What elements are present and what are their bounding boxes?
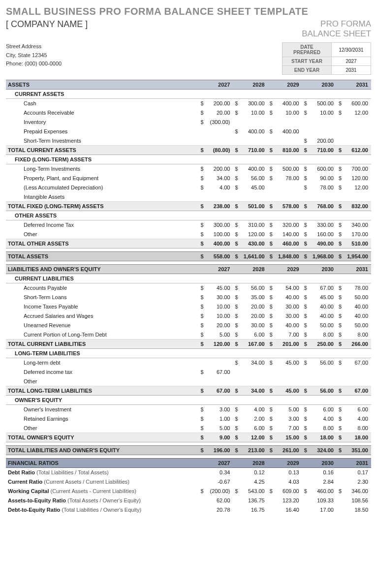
amount: 35.00: [240, 293, 268, 302]
currency-symbol: $: [337, 446, 344, 455]
amount: 67.00: [344, 358, 371, 368]
amount: 7.00: [275, 424, 302, 433]
row-label: Owner's Investment: [6, 405, 198, 414]
owners-equity-header: OWNER'S EQUITY: [6, 396, 371, 405]
currency-symbol: [198, 192, 205, 202]
currency-symbol: $: [198, 293, 205, 302]
row-ltd: Long-term debt$34.00$45.00$56.00$67.00: [6, 358, 371, 368]
amount: 10.00: [240, 108, 268, 118]
currency-symbol: $: [268, 446, 275, 455]
amount: 400.00: [240, 127, 268, 136]
amount: (200.00): [206, 487, 233, 496]
amount: 45.00: [275, 386, 302, 396]
currency-symbol: $: [233, 164, 240, 174]
amount: 30.00: [240, 321, 268, 330]
amount: 50.00: [309, 321, 337, 330]
amount: [275, 368, 302, 377]
row-label: TOTAL CURRENT LIABILITIES: [6, 340, 198, 349]
amount: 40.00: [275, 293, 302, 302]
row-label: Income Taxes Payable: [6, 302, 198, 311]
row-dit: Deferred Income Tax$300.00$310.00$320.00…: [6, 220, 371, 230]
amount: 700.00: [344, 164, 371, 174]
currency-symbol: $: [302, 146, 309, 155]
end-year-value: 2031: [332, 66, 371, 75]
currency-symbol: [302, 368, 309, 377]
ratio-cur: Current Ratio (Current Assets / Current …: [6, 477, 371, 487]
amount: 351.00: [344, 446, 371, 455]
amount: 501.00: [240, 202, 268, 211]
row-asw: Accrued Salaries and Wages$10.00$20.00$3…: [6, 311, 371, 321]
amount: 2.84: [309, 477, 337, 487]
amount: 170.00: [344, 230, 371, 239]
currency-symbol: $: [302, 414, 309, 424]
currency-symbol: $: [337, 239, 344, 248]
currency-symbol: $: [302, 174, 309, 183]
currency-symbol: [198, 377, 205, 386]
currency-symbol: $: [268, 358, 275, 368]
row-itp: Income Taxes Payable$10.00$20.00$30.00$4…: [6, 302, 371, 311]
currency-symbol: [337, 468, 344, 477]
row-ur: Unearned Revenue$20.00$30.00$40.00$50.00…: [6, 321, 371, 330]
amount: 34.00: [240, 358, 268, 368]
amount: 500.00: [309, 99, 337, 108]
amount: 201.00: [275, 340, 302, 349]
currency-symbol: $: [337, 487, 344, 496]
row-label: Accounts Payable: [6, 283, 198, 293]
currency-symbol: $: [233, 330, 240, 340]
amount: 16.75: [240, 505, 268, 515]
currency-symbol: $: [233, 174, 240, 183]
currency-symbol: $: [268, 424, 275, 433]
amount: 612.00: [344, 146, 371, 155]
amount: 0.12: [240, 468, 268, 477]
currency-symbol: $: [233, 108, 240, 118]
currency-symbol: [337, 505, 344, 515]
row-label: LIABILITIES AND OWNER'S EQUITY: [6, 265, 198, 274]
amount: 810.00: [275, 146, 302, 155]
amount: -0.67: [206, 477, 233, 487]
amount: 0.16: [309, 468, 337, 477]
amount: 0.34: [206, 468, 233, 477]
amount: 0.13: [275, 468, 302, 477]
currency-symbol: $: [337, 230, 344, 239]
currency-symbol: $: [268, 239, 275, 248]
long-term-liabilities-header: LONG-TERM LIABILITIES: [6, 349, 371, 358]
row-dep: (Less Accumulated Depreciation)$4.00$45.…: [6, 183, 371, 192]
amount: 90.00: [309, 174, 337, 183]
currency-symbol: $: [233, 146, 240, 155]
currency-symbol: $: [337, 330, 344, 340]
currency-symbol: [337, 127, 344, 136]
currency-symbol: [198, 505, 205, 515]
amount: [275, 118, 302, 127]
amount: 30.00: [275, 311, 302, 321]
year-header: 2029: [275, 265, 302, 274]
year-header: 2031: [344, 265, 371, 274]
currency-symbol: $: [302, 108, 309, 118]
amount: 261.00: [275, 446, 302, 455]
currency-symbol: $: [198, 368, 205, 377]
row-label: Prepaid Expenses: [6, 127, 198, 136]
currency-symbol: [198, 468, 205, 477]
row-label: Debt-to-Equity Ratio (Total Liabilities …: [6, 505, 198, 515]
currency-symbol: $: [337, 202, 344, 211]
currency-symbol: $: [337, 174, 344, 183]
ratio-de: Debt-to-Equity Ratio (Total Liabilities …: [6, 505, 371, 515]
currency-symbol: $: [198, 174, 205, 183]
currency-symbol: $: [337, 311, 344, 321]
year-header: 2027: [206, 80, 233, 90]
currency-symbol: $: [198, 183, 205, 192]
phone: Phone: (000) 000-0000: [6, 60, 62, 68]
currency-symbol: $: [233, 446, 240, 455]
amount: [275, 183, 302, 192]
year-header: 2028: [240, 459, 268, 468]
currency-symbol: $: [198, 283, 205, 293]
amount: 20.00: [206, 108, 233, 118]
currency-symbol: [268, 192, 275, 202]
currency-symbol: $: [233, 321, 240, 330]
ratio-debt: Debt Ratio (Total Liabilities / Total As…: [6, 468, 371, 477]
ratio-wc: Working Capital (Current Assets - Curren…: [6, 487, 371, 496]
amount: 120.00: [240, 230, 268, 239]
balance-sheet-table: ASSETS20272028202920302031CURRENT ASSETS…: [6, 80, 371, 515]
amount: 400.00: [240, 164, 268, 174]
amount: 460.00: [275, 239, 302, 248]
amount: 8.00: [344, 424, 371, 433]
